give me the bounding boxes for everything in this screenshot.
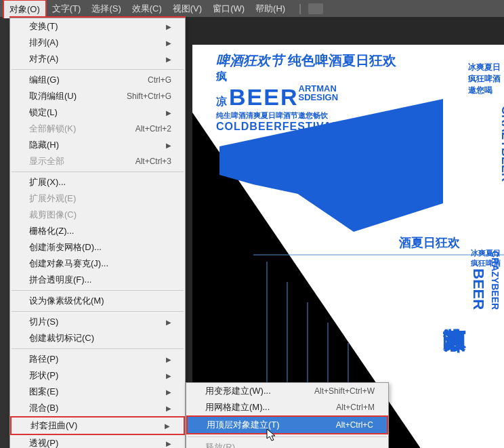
menu-object[interactable]: 对象(O) bbox=[3, 0, 47, 18]
menu-item[interactable]: 图案(E)▶ bbox=[10, 384, 185, 400]
menu-item[interactable]: 设为像素级优化(M) bbox=[10, 293, 185, 309]
menu-separator bbox=[188, 436, 387, 437]
menu-item[interactable]: 封套扭曲(V)▶ bbox=[10, 416, 185, 435]
menu-item[interactable]: 栅格化(Z)... bbox=[10, 223, 185, 239]
submenu-arrow-icon: ▶ bbox=[166, 319, 171, 326]
menu-item[interactable]: 对齐(A)▶ bbox=[10, 51, 185, 67]
submenu-arrow-icon: ▶ bbox=[166, 356, 171, 363]
menu-separator bbox=[12, 69, 184, 70]
submenu-item[interactable]: 用顶层对象建立(T)Alt+Ctrl+C bbox=[186, 415, 388, 434]
menu-item[interactable]: 切片(S)▶ bbox=[10, 314, 185, 330]
menu-item: 全部解锁(K)Alt+Ctrl+2 bbox=[10, 121, 185, 137]
menu-separator bbox=[12, 171, 184, 172]
menu-item[interactable]: 排列(A)▶ bbox=[10, 35, 185, 51]
menu-window[interactable]: 窗口(W) bbox=[207, 0, 250, 18]
envelope-distort-submenu: 用变形建立(W)...Alt+Shift+Ctrl+W用网格建立(M)...Al… bbox=[186, 382, 389, 448]
menubar: 对象(O) 文字(T) 选择(S) 效果(C) 视图(V) 窗口(W) 帮助(H… bbox=[0, 0, 504, 18]
menu-view[interactable]: 视图(V) bbox=[167, 0, 207, 18]
menu-help[interactable]: 帮助(H) bbox=[250, 0, 291, 18]
menu-item[interactable]: 隐藏(H)▶ bbox=[10, 137, 185, 153]
submenu-arrow-icon: ▶ bbox=[166, 142, 171, 149]
object-dropdown-menu: 变换(T)▶排列(A)▶对齐(A)▶编组(G)Ctrl+G取消编组(U)Shif… bbox=[9, 18, 186, 448]
menu-item[interactable]: 形状(P)▶ bbox=[10, 367, 185, 384]
menu-separator bbox=[12, 348, 184, 349]
menu-select[interactable]: 选择(S) bbox=[86, 0, 126, 18]
menu-item: 显示全部Alt+Ctrl+3 bbox=[10, 153, 185, 169]
menu-item[interactable]: 混合(B)▶ bbox=[10, 400, 185, 416]
menu-item[interactable]: 创建裁切标记(C) bbox=[10, 330, 185, 346]
menu-item[interactable]: 取消编组(U)Shift+Ctrl+G bbox=[10, 88, 185, 104]
submenu-item[interactable]: 用网格建立(M)...Alt+Ctrl+M bbox=[186, 399, 388, 415]
menu-item[interactable]: 变换(T)▶ bbox=[10, 18, 185, 35]
submenu-arrow-icon: ▶ bbox=[165, 422, 170, 430]
menu-item[interactable]: 锁定(L)▶ bbox=[10, 104, 185, 121]
menu-item[interactable]: 透视(P)▶ bbox=[10, 435, 185, 448]
submenu-arrow-icon: ▶ bbox=[166, 39, 171, 47]
submenu-arrow-icon: ▶ bbox=[166, 405, 171, 412]
menu-effect[interactable]: 效果(C) bbox=[127, 0, 167, 18]
submenu-arrow-icon: ▶ bbox=[166, 23, 171, 30]
menu-item[interactable]: 扩展(X)... bbox=[10, 174, 185, 190]
menu-item[interactable]: 创建对象马赛克(J)... bbox=[10, 256, 185, 272]
submenu-arrow-icon: ▶ bbox=[166, 440, 171, 447]
menu-separator bbox=[12, 290, 184, 291]
art-line-2: 疯 凉 BEERARTMANSDESIGN 冰爽啤酒 bbox=[216, 70, 487, 110]
menu-item[interactable]: 拼合透明度(F)... bbox=[10, 272, 185, 288]
submenu-arrow-icon: ▶ bbox=[166, 109, 171, 117]
menu-item[interactable]: 路径(P)▶ bbox=[10, 351, 185, 367]
artwork-typography-side: 酒夏日狂欢 冰爽啤酒节 BEER CRAZYBEER 冰爽夏日 疯狂啤酒 bbox=[399, 235, 501, 312]
menu-item: 扩展外观(E) bbox=[10, 190, 185, 207]
menu-text[interactable]: 文字(T) bbox=[47, 0, 87, 18]
submenu-arrow-icon: ▶ bbox=[166, 56, 171, 63]
menu-separator bbox=[12, 311, 184, 312]
submenu-item: 释放(R) bbox=[186, 439, 388, 448]
submenu-item[interactable]: 用变形建立(W)...Alt+Shift+Ctrl+W bbox=[186, 383, 388, 399]
submenu-arrow-icon: ▶ bbox=[166, 372, 171, 380]
menu-item[interactable]: 创建渐变网格(D)... bbox=[10, 239, 185, 256]
submenu-arrow-icon: ▶ bbox=[166, 388, 171, 396]
menu-item: 裁剪图像(C) bbox=[10, 207, 185, 223]
menu-item[interactable]: 编组(G)Ctrl+G bbox=[10, 72, 185, 88]
